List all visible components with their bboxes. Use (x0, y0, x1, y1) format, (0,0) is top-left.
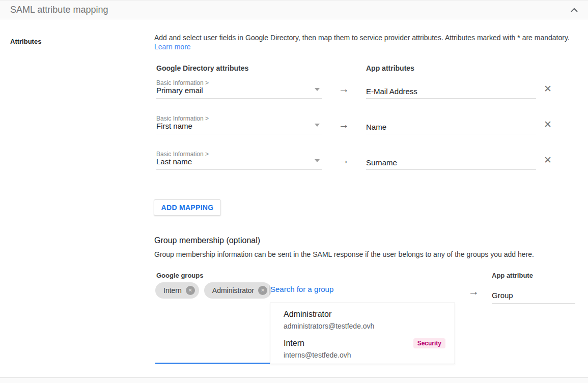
dropdown-item-administrator[interactable]: Administrator administrators@testfede.ov… (270, 303, 455, 331)
field-underline (156, 169, 322, 170)
google-groups-header: Google groups (156, 272, 203, 279)
group-app-attribute-input[interactable] (492, 287, 575, 304)
focused-input-underline (155, 363, 270, 364)
app-attributes-header: App attributes (366, 64, 414, 72)
attribute-category-label: Basic Information > (156, 151, 209, 158)
text-cursor (269, 285, 269, 295)
field-underline (156, 134, 322, 134)
attribute-category-label: Basic Information > (156, 115, 209, 122)
dropdown-arrow-icon (315, 124, 320, 127)
group-name: Intern (284, 338, 304, 349)
group-email: administrators@testfede.ovh (284, 321, 445, 331)
mapping-row: Basic Information > Last name → ✕ (0, 150, 588, 181)
attribute-value-label: Last name (156, 157, 192, 166)
dropdown-arrow-icon (315, 88, 320, 91)
arrow-right-icon: → (339, 83, 349, 95)
arrow-right-icon: → (468, 285, 479, 298)
attribute-category-label: Basic Information > (156, 79, 209, 86)
saml-attribute-mapping-panel: SAML attribute mapping Attributes Add an… (0, 0, 588, 383)
collapse-section-button[interactable] (570, 7, 579, 14)
chip-label: Intern (163, 286, 182, 294)
remove-mapping-button[interactable]: ✕ (542, 83, 554, 95)
dropdown-item-intern[interactable]: Intern Security interns@testfede.ovh (270, 331, 455, 360)
field-underline (156, 98, 322, 99)
security-badge: Security (413, 338, 445, 348)
attribute-value-label: Primary email (156, 86, 203, 95)
google-directory-attributes-header: Google Directory attributes (156, 64, 248, 72)
app-attribute-input[interactable] (366, 155, 536, 170)
learn-more-link[interactable]: Learn more (154, 43, 191, 51)
chip-remove-icon[interactable]: ✕ (186, 286, 195, 295)
arrow-right-icon: → (339, 154, 349, 166)
bottom-strip (0, 378, 588, 383)
app-attribute-input[interactable] (366, 120, 536, 134)
chevron-up-icon (570, 7, 579, 14)
add-mapping-button[interactable]: ADD MAPPING (154, 199, 221, 216)
dropdown-arrow-icon (315, 159, 320, 162)
group-membership-description: Group membership information can be sent… (154, 250, 534, 258)
attribute-value-label: First name (156, 122, 192, 130)
mapping-row: Basic Information > First name → ✕ (0, 114, 588, 145)
arrow-right-icon: → (339, 119, 349, 131)
chip-remove-icon[interactable]: ✕ (258, 286, 267, 295)
app-attribute-header: App attribute (492, 272, 533, 279)
group-search-dropdown: Administrator administrators@testfede.ov… (270, 303, 455, 364)
google-attribute-select[interactable]: Basic Information > Primary email (156, 79, 322, 99)
group-search-input[interactable] (270, 285, 382, 293)
group-membership-title: Group membership (optional) (154, 236, 260, 245)
group-chip-intern: Intern ✕ (155, 282, 199, 299)
google-attribute-select[interactable]: Basic Information > Last name (156, 150, 322, 170)
panel-title: SAML attribute mapping (10, 5, 108, 15)
attributes-section-label: Attributes (10, 38, 41, 45)
panel-header: SAML attribute mapping (0, 0, 588, 19)
chip-label: Administrator (212, 286, 254, 294)
mapping-row: Basic Information > Primary email → ✕ (0, 79, 588, 109)
app-attribute-input[interactable] (366, 84, 536, 99)
remove-mapping-button[interactable]: ✕ (542, 119, 554, 131)
attributes-description: Add and select user fields in Google Dir… (154, 34, 572, 42)
google-attribute-select[interactable]: Basic Information > First name (156, 114, 322, 135)
group-chips-row: Intern ✕ Administrator ✕ (155, 282, 271, 299)
remove-mapping-button[interactable]: ✕ (542, 154, 554, 166)
group-email: interns@testfede.ovh (284, 350, 445, 360)
group-name: Administrator (284, 309, 331, 320)
group-chip-administrator: Administrator ✕ (204, 282, 271, 299)
